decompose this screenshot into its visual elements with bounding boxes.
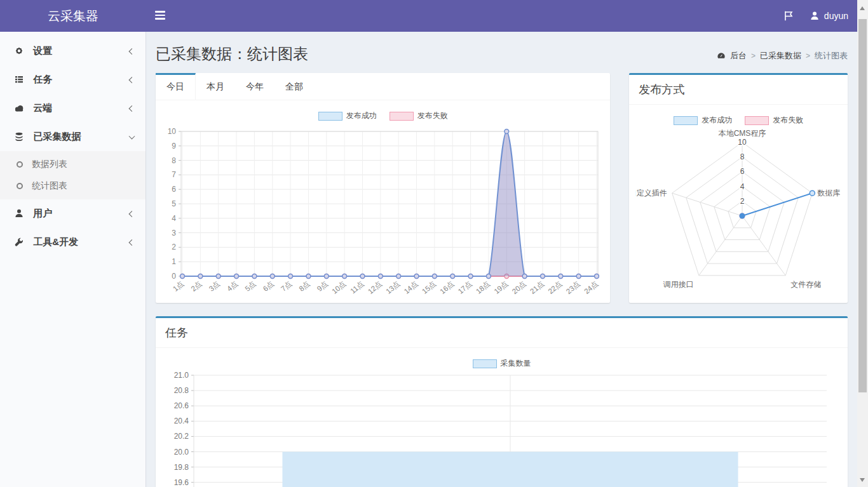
hourly-chart-legend[interactable]: 发布成功发布失败 xyxy=(162,110,604,121)
user-icon xyxy=(810,11,820,21)
svg-text:1点: 1点 xyxy=(172,279,185,293)
svg-text:8: 8 xyxy=(172,156,176,165)
legend-swatch xyxy=(390,112,414,121)
legend-label: 采集数量 xyxy=(501,358,531,369)
breadcrumb-current: 统计图表 xyxy=(815,50,848,62)
app-logo[interactable]: 云采集器 xyxy=(0,0,146,32)
svg-text:4: 4 xyxy=(172,214,176,223)
sidebar-item-users[interactable]: 用户 xyxy=(0,199,146,228)
legend-entry[interactable]: 发布失败 xyxy=(390,110,448,121)
top-navbar: 云采集器 duyun xyxy=(0,0,868,32)
legend-entry[interactable]: 发布成功 xyxy=(674,115,732,126)
hourly-line-chart: 0123456789101点2点3点4点5点6点7点8点9点10点11点12点1… xyxy=(162,123,602,299)
svg-text:16点: 16点 xyxy=(438,279,455,295)
sidebar-item-collected-data[interactable]: 已采集数据 xyxy=(0,123,146,151)
svg-text:8点: 8点 xyxy=(297,279,311,293)
user-menu[interactable]: duyun xyxy=(810,11,848,21)
sidebar-item-label: 设置 xyxy=(33,45,52,56)
svg-text:7: 7 xyxy=(172,170,176,179)
legend-swatch xyxy=(473,359,497,368)
legend-label: 发布成功 xyxy=(702,115,732,126)
svg-text:4点: 4点 xyxy=(226,279,239,293)
svg-text:18点: 18点 xyxy=(475,279,491,295)
svg-text:数据库: 数据库 xyxy=(818,189,841,197)
breadcrumb-collected-data[interactable]: 已采集数据 xyxy=(760,50,801,62)
sidebar-item-label: 用户 xyxy=(33,208,52,218)
task-list-icon xyxy=(14,74,24,84)
scroll-down-arrow[interactable] xyxy=(860,478,865,482)
svg-text:7点: 7点 xyxy=(280,279,293,293)
sidebar-item-tasks[interactable]: 任务 xyxy=(0,65,146,94)
svg-text:本地CMS程序: 本地CMS程序 xyxy=(718,129,766,138)
sidebar-toggle-button[interactable] xyxy=(155,11,165,20)
sidebar-item-label: 任务 xyxy=(33,74,52,84)
vertical-scrollbar[interactable] xyxy=(857,0,868,487)
svg-text:9点: 9点 xyxy=(316,279,329,293)
tab-this-year[interactable]: 今年 xyxy=(235,73,275,100)
svg-text:17点: 17点 xyxy=(457,279,473,295)
publish-method-radar-chart: 本地CMS程序数据库文件存储调用接口自定义插件246810 xyxy=(635,127,840,300)
flag-icon[interactable] xyxy=(783,10,794,22)
svg-text:15点: 15点 xyxy=(421,279,437,295)
tasks-panel-title: 任务 xyxy=(156,318,848,348)
tasks-panel: 任务 采集数量 21.020.820.620.420.220.019.819.6… xyxy=(156,316,848,487)
svg-text:2点: 2点 xyxy=(189,279,203,293)
svg-text:19.6: 19.6 xyxy=(174,478,189,487)
tasks-chart-legend[interactable]: 采集数量 xyxy=(162,358,841,369)
svg-text:22点: 22点 xyxy=(546,279,563,295)
sidebar-item-label: 已采集数据 xyxy=(33,131,81,142)
tab-this-month[interactable]: 本月 xyxy=(196,73,235,100)
tab-all[interactable]: 全部 xyxy=(275,73,314,100)
legend-entry[interactable]: 发布成功 xyxy=(318,110,377,121)
legend-label: 发布失败 xyxy=(417,110,448,121)
scroll-up-arrow[interactable] xyxy=(860,6,865,10)
svg-text:3: 3 xyxy=(172,229,176,237)
svg-text:20.0: 20.0 xyxy=(174,448,189,457)
sidebar-item-settings[interactable]: 设置 xyxy=(0,37,146,65)
sidebar-item-cloud[interactable]: 云端 xyxy=(0,94,146,123)
svg-text:12点: 12点 xyxy=(367,279,383,295)
tasks-bar-chart: 21.020.820.620.420.220.019.819.619.419.2… xyxy=(162,370,833,487)
scrollbar-thumb[interactable] xyxy=(858,19,867,392)
content-header: 已采集数据：统计图表 后台 > 已采集数据 > 统计图表 xyxy=(156,44,848,64)
svg-text:6点: 6点 xyxy=(262,279,275,293)
user-icon xyxy=(14,208,24,218)
legend-entry[interactable]: 采集数量 xyxy=(473,358,531,369)
wrench-icon xyxy=(14,237,24,247)
svg-text:20.2: 20.2 xyxy=(174,432,189,441)
svg-text:24点: 24点 xyxy=(583,279,599,295)
svg-text:3点: 3点 xyxy=(208,279,221,293)
sidebar-subitem-stats-charts[interactable]: 统计图表 xyxy=(0,175,146,197)
svg-text:5: 5 xyxy=(172,199,176,208)
svg-text:11点: 11点 xyxy=(349,279,365,295)
svg-text:自定义插件: 自定义插件 xyxy=(635,189,667,197)
sidebar-item-tools-dev[interactable]: 工具&开发 xyxy=(0,228,146,257)
breadcrumb-home[interactable]: 后台 xyxy=(730,50,747,62)
circle-icon xyxy=(17,183,23,189)
chevron-left-icon xyxy=(129,239,135,246)
svg-text:9: 9 xyxy=(172,142,176,150)
svg-text:6: 6 xyxy=(740,167,745,176)
sidebar-subitem-data-list[interactable]: 数据列表 xyxy=(0,154,146,175)
legend-entry[interactable]: 发布失败 xyxy=(745,115,803,126)
radar-panel-title: 发布方式 xyxy=(629,75,848,105)
navbar-right: duyun xyxy=(783,0,848,32)
legend-label: 发布失败 xyxy=(773,115,803,126)
svg-text:0: 0 xyxy=(172,272,176,281)
radar-chart-legend[interactable]: 发布成功发布失败 xyxy=(635,115,841,126)
legend-label: 发布成功 xyxy=(346,110,377,121)
database-icon xyxy=(14,131,24,142)
svg-text:8: 8 xyxy=(740,152,745,161)
chevron-left-icon xyxy=(129,48,135,55)
svg-text:2: 2 xyxy=(172,243,176,251)
collected-data-submenu: 数据列表 统计图表 xyxy=(0,151,146,199)
period-tabs: 今日 本月 今年 全部 xyxy=(156,73,610,100)
submenu-item-label: 统计图表 xyxy=(32,180,67,190)
sidebar-item-label: 云端 xyxy=(33,102,52,113)
circle-icon xyxy=(17,161,23,168)
svg-text:10: 10 xyxy=(168,127,177,136)
tab-today[interactable]: 今日 xyxy=(156,73,196,100)
svg-text:14点: 14点 xyxy=(402,279,419,295)
legend-swatch xyxy=(745,116,769,125)
svg-text:1: 1 xyxy=(172,257,176,266)
